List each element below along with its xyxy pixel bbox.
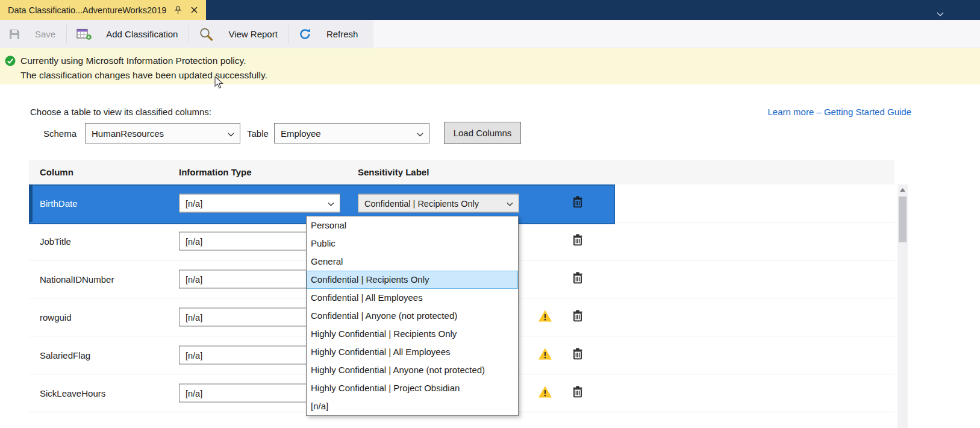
column-name: JobTitle xyxy=(40,236,71,247)
document-tab[interactable]: Data Classificatio...AdventureWorks2019 xyxy=(0,0,206,20)
sensitivity-label-header: Sensitivity Label xyxy=(358,167,429,177)
save-label: Save xyxy=(35,29,55,39)
toolbar: Save Add Classification View Report xyxy=(0,20,980,48)
dropdown-option[interactable]: General xyxy=(307,253,518,271)
chevron-down-icon xyxy=(328,198,334,208)
column-name: rowguid xyxy=(40,312,72,323)
success-check-icon xyxy=(5,55,16,69)
policy-info-bar: Currently using Microsoft Information Pr… xyxy=(0,48,980,84)
dropdown-option[interactable]: Highly Confidential | Recipients Only xyxy=(307,325,518,343)
delete-classification-button[interactable] xyxy=(573,386,582,400)
add-classification-button[interactable]: Add Classification xyxy=(68,20,187,48)
column-header: Column xyxy=(40,167,73,177)
dropdown-option[interactable]: Highly Confidential | Anyone (not protec… xyxy=(307,361,518,379)
table-combobox[interactable]: Employee xyxy=(274,123,429,143)
dropdown-option[interactable]: [n/a] xyxy=(307,397,518,415)
add-classification-label: Add Classification xyxy=(106,29,178,39)
dropdown-option[interactable]: Highly Confidential | All Employees xyxy=(307,343,518,361)
chevron-down-icon xyxy=(228,128,234,139)
pin-icon[interactable] xyxy=(173,5,183,15)
schema-label: Schema xyxy=(43,128,76,139)
column-name: SickLeaveHours xyxy=(40,388,105,398)
refresh-button[interactable]: Refresh xyxy=(290,20,368,48)
information-type-combobox[interactable]: [n/a] xyxy=(179,194,340,213)
chevron-down-icon xyxy=(507,198,513,208)
dropdown-option[interactable]: Confidential | Recipients Only xyxy=(307,271,518,289)
toolbar-separator xyxy=(289,25,289,43)
load-columns-button[interactable]: Load Columns xyxy=(444,122,521,144)
delete-classification-button[interactable] xyxy=(573,310,582,324)
sensitivity-label-value: Confidential | Recipients Only xyxy=(364,198,479,208)
view-report-button[interactable]: View Report xyxy=(190,20,287,48)
information-type-value: [n/a] xyxy=(186,198,202,208)
sensitivity-dropdown-list: Personal Public General Confidential | R… xyxy=(306,216,519,416)
table-value: Employee xyxy=(281,128,321,139)
scrollbar-up-arrow-icon[interactable] xyxy=(897,184,908,195)
information-type-value: [n/a] xyxy=(186,274,202,284)
information-type-value: [n/a] xyxy=(186,312,202,322)
information-type-value: [n/a] xyxy=(186,388,202,398)
column-name: BirthDate xyxy=(40,198,78,209)
document-tab-bar: Data Classificatio...AdventureWorks2019 xyxy=(0,0,980,20)
view-report-label: View Report xyxy=(228,29,277,39)
dropdown-option[interactable]: Personal xyxy=(307,216,518,234)
grid-header: Column Information Type Sensitivity Labe… xyxy=(29,160,894,184)
dropdown-option[interactable]: Public xyxy=(307,234,518,253)
schema-value: HumanResources xyxy=(92,128,164,139)
chevron-down-icon xyxy=(417,128,423,139)
save-icon xyxy=(8,28,20,40)
data-classification-window: Data Classificatio...AdventureWorks2019 … xyxy=(0,0,980,428)
column-name: SalariedFlag xyxy=(40,350,90,360)
table-label: Table xyxy=(247,128,269,139)
learn-more-link[interactable]: Learn more – Getting Started Guide xyxy=(768,107,911,117)
refresh-label: Refresh xyxy=(326,29,358,39)
sensitivity-label-combobox[interactable]: Confidential | Recipients Only xyxy=(358,194,519,213)
information-type-value: [n/a] xyxy=(186,236,202,246)
close-icon[interactable] xyxy=(189,5,199,15)
info-message-line2: The classification changes have been upd… xyxy=(20,68,267,83)
delete-classification-button[interactable] xyxy=(573,348,582,362)
toolbar-buttons: Save Add Classification View Report xyxy=(0,20,373,48)
information-type-header: Information Type xyxy=(179,167,252,177)
warning-icon xyxy=(538,348,552,363)
schema-combobox[interactable]: HumanResources xyxy=(85,123,240,143)
warning-icon xyxy=(538,310,552,325)
choose-table-prompt: Choose a table to view its classified co… xyxy=(30,107,211,117)
toolbar-separator xyxy=(189,25,189,43)
add-classification-icon xyxy=(76,28,92,40)
delete-classification-button[interactable] xyxy=(573,196,582,210)
column-name: NationalIDNumber xyxy=(40,274,114,285)
refresh-icon xyxy=(299,28,312,40)
scrollbar-thumb[interactable] xyxy=(899,197,907,242)
info-message-line1: Currently using Microsoft Information Pr… xyxy=(20,54,267,68)
tab-list-chevron-down-icon[interactable] xyxy=(937,8,944,19)
vertical-scrollbar[interactable] xyxy=(897,184,908,428)
delete-classification-button[interactable] xyxy=(573,272,582,286)
toolbar-separator xyxy=(66,25,67,43)
delete-classification-button[interactable] xyxy=(573,234,582,248)
document-tab-label: Data Classificatio...AdventureWorks2019 xyxy=(8,5,166,15)
warning-icon xyxy=(538,386,552,401)
dropdown-option[interactable]: Highly Confidential | Project Obsidian xyxy=(307,379,518,397)
dropdown-option[interactable]: Confidential | Anyone (not protected) xyxy=(307,307,518,325)
dropdown-option[interactable]: Confidential | All Employees xyxy=(307,289,518,307)
information-type-value: [n/a] xyxy=(186,350,202,360)
save-button[interactable]: Save xyxy=(0,20,65,48)
view-report-icon xyxy=(199,27,214,42)
